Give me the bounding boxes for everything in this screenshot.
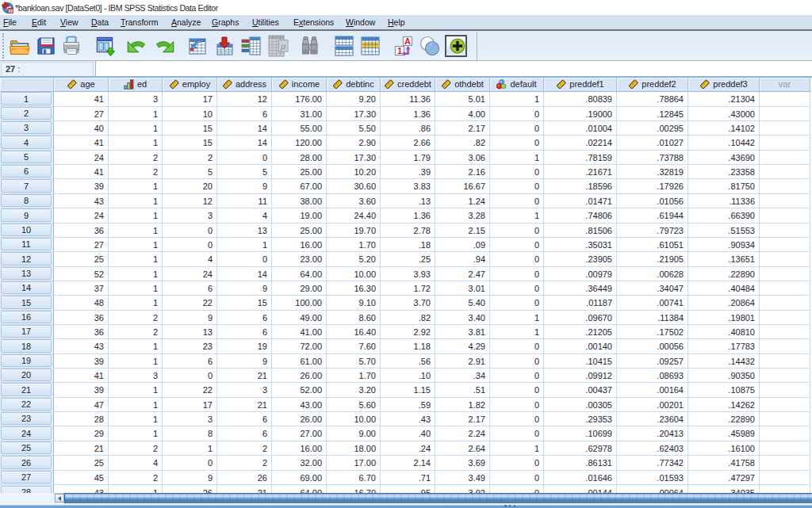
- svg-text:1: 1: [397, 46, 402, 55]
- svg-text:μ: μ: [280, 41, 285, 51]
- svg-text:A: A: [404, 36, 411, 46]
